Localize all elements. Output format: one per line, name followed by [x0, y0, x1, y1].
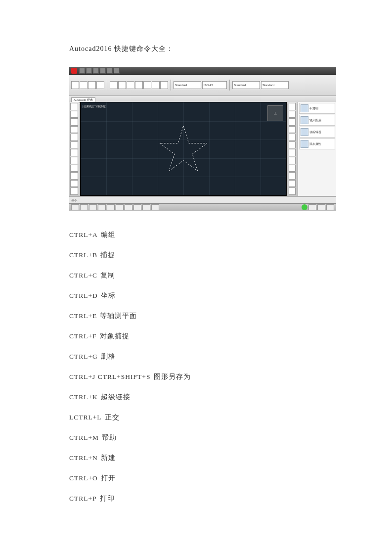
status-btn[interactable]	[317, 204, 325, 210]
shortcut-row: CTRL+A编组	[69, 231, 333, 239]
tool-btn[interactable]	[70, 149, 78, 156]
status-btn[interactable]	[98, 204, 106, 210]
shortcut-row: CTRL+N新建	[69, 454, 333, 462]
shortcut-row: CTRL+D坐标	[69, 291, 333, 300]
qat-btn[interactable]	[100, 68, 106, 74]
tool-btn[interactable]	[70, 134, 78, 141]
tool-btn[interactable]	[70, 187, 78, 195]
status-btn[interactable]	[151, 204, 159, 210]
shortcut-list: CTRL+A编组CTRL+B捕捉CTRL+C复制CTRL+D坐标CTRL+E等轴…	[69, 231, 333, 503]
tool-btn[interactable]	[289, 141, 296, 149]
shortcut-desc: 打印	[100, 495, 115, 502]
ribbon-combo[interactable]: Standard	[174, 81, 201, 89]
shortcut-desc: 打开	[101, 474, 116, 482]
tool-btn[interactable]	[70, 157, 78, 164]
tool-btn[interactable]	[70, 172, 78, 180]
ribbon-btn[interactable]	[110, 81, 118, 89]
tool-btn[interactable]	[70, 103, 78, 110]
shortcut-key: CTRL+C	[69, 272, 97, 279]
qat-btn[interactable]	[107, 68, 113, 74]
shortcut-key: CTRL+G	[69, 353, 98, 360]
shortcut-desc: 超级链接	[101, 393, 131, 401]
palette-item[interactable]: 添加属性	[299, 139, 335, 149]
tool-btn[interactable]	[289, 165, 296, 172]
tool-btn[interactable]	[289, 118, 296, 126]
tool-btn[interactable]	[289, 134, 296, 141]
ribbon-btn[interactable]	[80, 81, 87, 89]
tool-btn[interactable]	[289, 172, 296, 180]
shortcut-row: LCTRL+L正交	[69, 413, 333, 422]
status-btn[interactable]	[125, 204, 132, 210]
viewcube[interactable]: 上	[267, 105, 283, 121]
shortcut-key: CTRL+M	[69, 434, 99, 441]
drawing-canvas[interactable]: [-][俯视][二维线框] 上	[80, 102, 287, 196]
shortcut-desc: 编组	[101, 231, 116, 238]
shortcut-row: CTRL+P打印	[69, 494, 333, 503]
tool-btn[interactable]	[289, 180, 296, 187]
tool-btn[interactable]	[70, 141, 78, 149]
palette-item[interactable]: 不透明	[299, 103, 335, 114]
shortcut-row: CTRL+K超级链接	[69, 393, 333, 402]
page-title: Autocad2016 快捷键命令大全：	[69, 45, 333, 53]
status-bar	[69, 203, 336, 211]
shortcut-desc: 正交	[105, 414, 120, 421]
tool-btn[interactable]	[70, 111, 78, 118]
window-titlebar	[69, 67, 336, 75]
ribbon-combo[interactable]: Standard	[232, 81, 260, 89]
shortcut-desc: 图形另存为	[154, 373, 191, 380]
tool-btn[interactable]	[70, 165, 78, 172]
status-indicator-icon	[302, 204, 307, 210]
status-btn[interactable]	[308, 204, 316, 210]
status-btn[interactable]	[71, 204, 79, 210]
tool-palette: 不透明 输入图层 块编辑器 添加属性	[298, 102, 336, 196]
shortcut-row: CTRL+G删格	[69, 352, 333, 361]
qat-btn[interactable]	[79, 68, 85, 74]
status-btn[interactable]	[133, 204, 141, 210]
status-btn[interactable]	[107, 204, 115, 210]
shortcut-desc: 坐标	[101, 292, 116, 299]
tool-btn[interactable]	[289, 126, 296, 134]
ribbon-btn[interactable]	[135, 81, 143, 89]
ribbon-btn[interactable]	[160, 81, 168, 89]
palette-label: 块编辑器	[309, 130, 321, 135]
status-btn[interactable]	[116, 204, 124, 210]
status-btn[interactable]	[80, 204, 88, 210]
tool-btn[interactable]	[289, 149, 296, 156]
tool-btn[interactable]	[289, 157, 296, 164]
tool-btn[interactable]	[70, 180, 78, 187]
tool-btn[interactable]	[289, 187, 296, 195]
ribbon-combo[interactable]: ISO-25	[202, 81, 227, 89]
palette-icon	[301, 140, 308, 148]
shortcut-desc: 新建	[101, 454, 116, 462]
palette-item[interactable]: 输入图层	[299, 115, 335, 126]
status-btn[interactable]	[142, 204, 150, 210]
qat-btn[interactable]	[86, 68, 92, 74]
shortcut-row: CTRL+F对象捕捉	[69, 332, 333, 341]
ribbon-btn[interactable]	[88, 81, 96, 89]
tool-btn[interactable]	[289, 111, 296, 118]
shortcut-key: LCTRL+L	[69, 414, 102, 421]
ribbon-btn[interactable]	[127, 81, 134, 89]
command-line[interactable]: 命令:	[69, 196, 336, 204]
shortcut-row: CTRL+J CTRL+SHIFT+S图形另存为	[69, 372, 333, 381]
shortcut-key: CTRL+N	[69, 454, 98, 462]
status-btn[interactable]	[89, 204, 97, 210]
palette-label: 输入图层	[309, 118, 321, 123]
tool-btn[interactable]	[289, 103, 296, 110]
shortcut-key: CTRL+A	[69, 231, 98, 238]
ribbon-btn[interactable]	[71, 81, 79, 89]
tool-btn[interactable]	[70, 118, 78, 126]
ribbon-btn[interactable]	[118, 81, 126, 89]
ribbon-btn[interactable]	[152, 81, 160, 89]
left-toolbar	[69, 102, 79, 196]
shortcut-key: CTRL+O	[69, 474, 98, 482]
tool-btn[interactable]	[70, 126, 78, 134]
palette-item[interactable]: 块编辑器	[299, 127, 335, 138]
view-label: [-][俯视][二维线框]	[83, 104, 106, 109]
qat-btn[interactable]	[93, 68, 99, 74]
ribbon-btn[interactable]	[143, 81, 151, 89]
qat-btn[interactable]	[114, 68, 120, 74]
ribbon-combo[interactable]: Standard	[261, 81, 289, 89]
status-btn[interactable]	[326, 204, 334, 210]
ribbon-btn[interactable]	[96, 81, 104, 89]
